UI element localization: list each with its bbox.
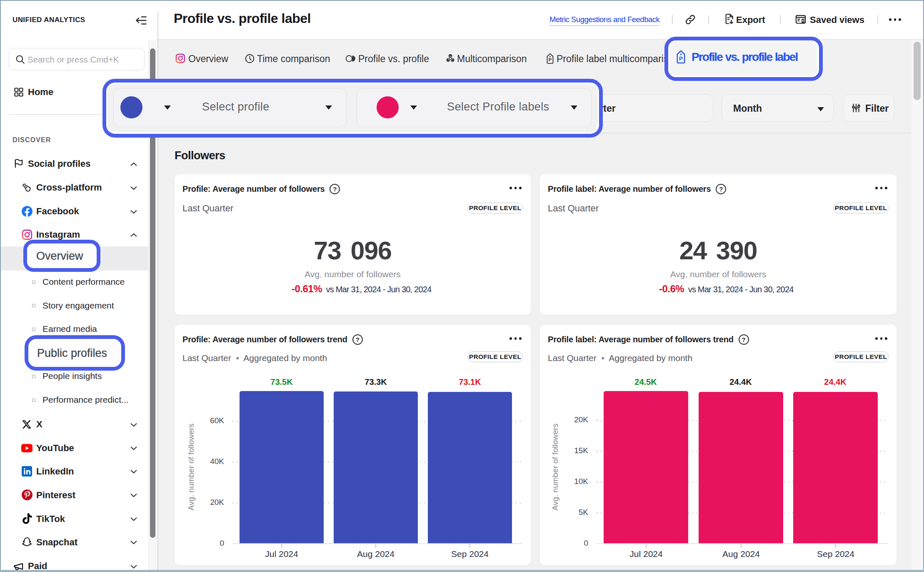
- svg-text:P: P: [679, 55, 683, 62]
- svg-text:P: P: [549, 57, 552, 62]
